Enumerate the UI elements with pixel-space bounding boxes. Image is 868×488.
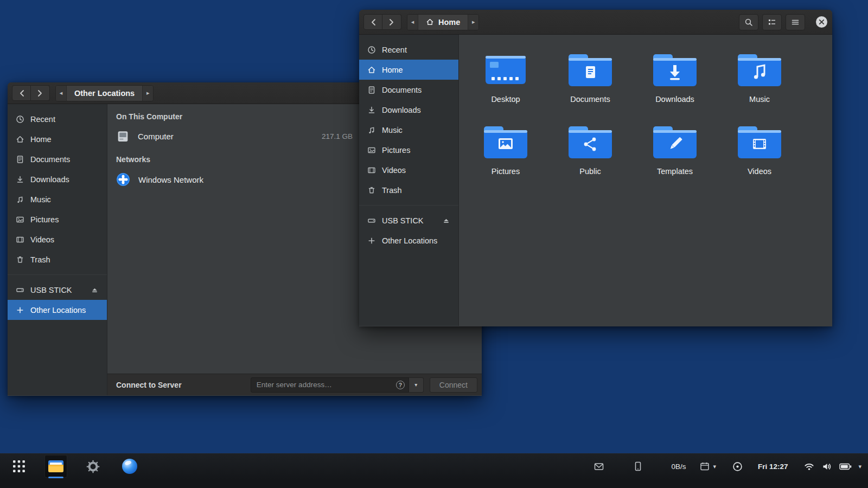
- folder-music-icon: [734, 50, 785, 90]
- battery-indicator[interactable]: [839, 463, 852, 470]
- eject-icon: [442, 216, 450, 224]
- tray-caret-icon[interactable]: ▾: [858, 463, 861, 470]
- sidebar-divider: [8, 269, 107, 275]
- help-icon[interactable]: ?: [396, 381, 405, 389]
- computer-label: Computer: [138, 132, 174, 141]
- sidebar-item-music[interactable]: Music: [359, 120, 458, 140]
- dial-indicator[interactable]: [732, 461, 743, 472]
- server-address-input[interactable]: [251, 377, 409, 393]
- search-button[interactable]: [739, 14, 758, 30]
- plus-icon: [16, 306, 24, 314]
- sidebar: Recent Home Documents Downloads Music Pi…: [8, 104, 107, 395]
- folder-tile-downloads[interactable]: Downloads: [633, 47, 717, 119]
- sidebar-label: Music: [30, 195, 51, 204]
- headerbar[interactable]: ◂ Home ▸: [359, 10, 832, 35]
- folder-tile-templates[interactable]: Templates: [633, 119, 717, 191]
- forward-button[interactable]: [31, 85, 50, 101]
- folder-tile-documents[interactable]: Documents: [548, 47, 633, 119]
- path-bar[interactable]: ◂ Other Locations ▸: [55, 85, 154, 101]
- sidebar-label: Pictures: [30, 215, 59, 224]
- sidebar-divider: [359, 200, 458, 206]
- sidebar-item-usb-stick[interactable]: USB STICK: [359, 210, 458, 230]
- taskbar: 0B/s ▾ Fri 12:27 ▾: [0, 453, 868, 488]
- sidebar-item-pictures[interactable]: Pictures: [8, 209, 107, 229]
- files-app-button[interactable]: [44, 455, 67, 478]
- download-icon: [16, 175, 24, 184]
- sidebar-item-documents[interactable]: Documents: [359, 80, 458, 100]
- sidebar-item-other-locations[interactable]: Other Locations: [359, 230, 458, 251]
- sidebar-item-trash[interactable]: Trash: [8, 249, 107, 269]
- recent-icon: [367, 46, 376, 54]
- close-button[interactable]: [815, 16, 828, 28]
- sidebar-label: Other Locations: [30, 306, 86, 314]
- clock[interactable]: Fri 12:27: [758, 463, 788, 471]
- battery-icon: [839, 463, 852, 470]
- mail-indicator[interactable]: [594, 462, 604, 471]
- eject-button[interactable]: [442, 216, 450, 224]
- sidebar-item-home[interactable]: Home: [359, 60, 458, 80]
- sidebar-item-downloads[interactable]: Downloads: [359, 100, 458, 120]
- browser-app-button[interactable]: [118, 455, 141, 478]
- sidebar-item-documents[interactable]: Documents: [8, 149, 107, 169]
- path-scroll-left-icon[interactable]: ◂: [56, 86, 67, 101]
- files-app-icon: [47, 459, 65, 474]
- folder-pictures-icon: [480, 122, 531, 162]
- folder-tile-public[interactable]: Public: [548, 119, 633, 191]
- folder-label: Pictures: [492, 167, 520, 176]
- sidebar-label: Recent: [30, 115, 55, 124]
- sidebar-item-videos[interactable]: Videos: [359, 160, 458, 180]
- forward-button[interactable]: [382, 14, 401, 30]
- home-icon: [426, 18, 434, 26]
- folder-tile-music[interactable]: Music: [717, 47, 802, 119]
- app-grid-button[interactable]: [8, 455, 30, 478]
- back-button[interactable]: [12, 85, 31, 101]
- sidebar-label: Trash: [30, 255, 50, 264]
- eject-button[interactable]: [91, 286, 99, 294]
- connect-button[interactable]: Connect: [430, 377, 477, 393]
- sidebar-label: Videos: [382, 166, 406, 175]
- sidebar-item-pictures[interactable]: Pictures: [359, 140, 458, 160]
- path-scroll-right-icon[interactable]: ▸: [142, 86, 153, 101]
- device-indicator[interactable]: [633, 461, 643, 471]
- calendar-caret-icon[interactable]: ▾: [713, 463, 716, 470]
- pictures-icon: [367, 146, 376, 155]
- folder-templates-icon: [649, 122, 700, 162]
- recent-icon: [16, 115, 24, 124]
- sidebar-item-home[interactable]: Home: [8, 129, 107, 149]
- recent-servers-dropdown-button[interactable]: ▾: [409, 377, 424, 393]
- back-button[interactable]: [363, 14, 382, 30]
- sidebar-item-trash[interactable]: Trash: [359, 180, 458, 200]
- mail-icon: [594, 462, 604, 471]
- windows-network-icon: [116, 172, 130, 187]
- folder-label: Downloads: [655, 95, 694, 104]
- folder-tile-desktop[interactable]: Desktop: [463, 47, 548, 119]
- settings-app-button[interactable]: [81, 455, 104, 478]
- sidebar-label: USB STICK: [382, 216, 424, 225]
- calendar-indicator[interactable]: [700, 461, 710, 471]
- sidebar-item-usb-stick[interactable]: USB STICK: [8, 280, 107, 300]
- menu-button[interactable]: [786, 14, 805, 30]
- app-grid-icon: [12, 460, 25, 473]
- net-speed[interactable]: 0B/s: [671, 463, 686, 471]
- path-title: Other Locations: [74, 89, 135, 98]
- music-icon: [16, 195, 24, 204]
- path-bar[interactable]: ◂ Home ▸: [407, 14, 479, 30]
- browser-icon: [122, 459, 137, 474]
- path-scroll-right-icon[interactable]: ▸: [468, 15, 478, 30]
- path-scroll-left-icon[interactable]: ◂: [407, 15, 418, 30]
- files-window-home: ◂ Home ▸ Recent: [359, 10, 832, 326]
- volume-indicator[interactable]: [822, 462, 832, 471]
- wifi-indicator[interactable]: [804, 462, 814, 471]
- sidebar-item-videos[interactable]: Videos: [8, 229, 107, 249]
- sidebar: Recent Home Documents Downloads Music Pi…: [359, 35, 459, 326]
- sidebar-item-music[interactable]: Music: [8, 189, 107, 209]
- sidebar-item-downloads[interactable]: Downloads: [8, 169, 107, 189]
- sidebar-label: Pictures: [382, 146, 410, 155]
- sidebar-item-recent[interactable]: Recent: [8, 109, 107, 129]
- folder-tile-pictures[interactable]: Pictures: [463, 119, 548, 191]
- folder-tile-videos[interactable]: Videos: [717, 119, 802, 191]
- sidebar-item-recent[interactable]: Recent: [359, 40, 458, 60]
- folder-label: Public: [579, 167, 601, 176]
- sidebar-item-other-locations[interactable]: Other Locations: [8, 300, 107, 320]
- view-list-button[interactable]: [762, 14, 782, 30]
